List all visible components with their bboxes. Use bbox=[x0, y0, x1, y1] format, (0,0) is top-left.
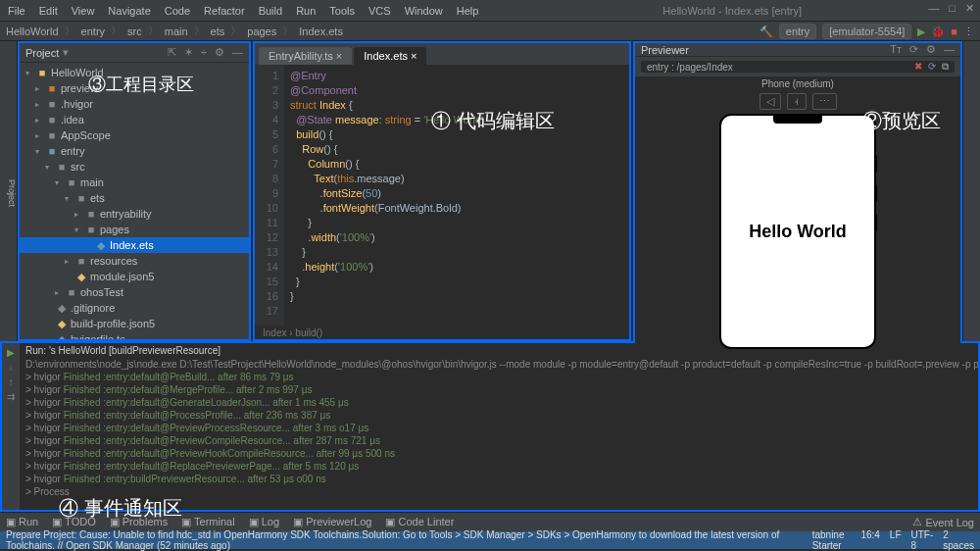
tool-log[interactable]: ▣ Log bbox=[249, 516, 279, 528]
refresh-icon[interactable]: ⟳ bbox=[909, 43, 918, 56]
tree-item[interactable]: ◆module.json5 bbox=[20, 269, 249, 284]
run-config[interactable]: entry bbox=[779, 24, 816, 39]
tree-item[interactable]: ◆hvigorfile.ts bbox=[20, 331, 249, 339]
code-body[interactable]: @Entry@Componentstruct Index { @State me… bbox=[284, 65, 629, 326]
collapse-icon[interactable]: ⇱ bbox=[168, 46, 176, 59]
structure-crumb[interactable]: Index › build() bbox=[255, 326, 629, 339]
rotate-icon[interactable]: Tт bbox=[890, 43, 902, 56]
tree-item[interactable]: ◆Index.ets bbox=[20, 237, 249, 253]
tree-item[interactable]: ◆build-profile.json5 bbox=[20, 316, 249, 331]
debug-icon[interactable]: 🐞 bbox=[931, 25, 945, 38]
editor-tab[interactable]: Index.ets × bbox=[354, 47, 426, 65]
tree-item[interactable]: ▸■preview bbox=[20, 80, 249, 96]
close-icon[interactable]: ✖ bbox=[914, 61, 922, 73]
maximize-icon[interactable]: □ bbox=[949, 2, 956, 15]
crumb[interactable]: main bbox=[165, 25, 188, 37]
tree-item[interactable]: ▾■main bbox=[20, 175, 249, 190]
console-body[interactable]: Run: 's HelloWorld [buildPreviewerResour… bbox=[20, 343, 978, 510]
editor-panel: EntryAbility.ts ×Index.ets × 12345678910… bbox=[253, 41, 631, 341]
tree-item[interactable]: ▾■ets bbox=[20, 190, 249, 206]
more-icon[interactable]: ⋯ bbox=[812, 93, 837, 110]
status-msg[interactable]: Prepare Project: Cause: Unable to find h… bbox=[6, 529, 812, 551]
editor-tabs: EntryAbility.ts ×Index.ets × bbox=[255, 43, 629, 65]
menu-run[interactable]: Run bbox=[296, 5, 316, 17]
menu-view[interactable]: View bbox=[72, 5, 95, 17]
run-icon[interactable]: ▶ bbox=[917, 25, 925, 38]
console-line: > hvigor Finished :entry:default@Process… bbox=[25, 409, 972, 422]
preview-canvas: Phone (medium) ◁ ⫞ ⋯ Hello World bbox=[635, 76, 960, 349]
hammer-icon[interactable]: 🔨 bbox=[760, 25, 773, 38]
expand-icon[interactable]: ✶ bbox=[184, 46, 193, 59]
console-toolbar: ▶ ↓ ↑ ⇉ bbox=[2, 343, 20, 510]
menu-navigate[interactable]: Navigate bbox=[108, 5, 150, 17]
tool-todo[interactable]: ▣ TODO bbox=[52, 516, 95, 528]
tool-previewerlog[interactable]: ▣ PreviewerLog bbox=[293, 516, 371, 528]
device-select[interactable]: [emulator-5554] bbox=[822, 24, 911, 39]
line-gutter: 1234567891011121314151617 bbox=[255, 65, 284, 326]
reload-icon[interactable]: ⟳ bbox=[928, 61, 936, 73]
editor-tab[interactable]: EntryAbility.ts × bbox=[259, 47, 352, 65]
crumb[interactable]: Index.ets bbox=[299, 25, 343, 37]
event-log[interactable]: ⚠Event Log bbox=[912, 516, 974, 528]
menu-build[interactable]: Build bbox=[259, 5, 282, 17]
rerun-icon[interactable]: ▶ bbox=[7, 347, 15, 358]
console-line: > Process bbox=[25, 485, 972, 498]
status-item[interactable]: LF bbox=[890, 529, 902, 551]
tree-item[interactable]: ▾■HelloWorld bbox=[20, 65, 249, 80]
split-icon[interactable]: ⫞ bbox=[787, 93, 807, 110]
status-item[interactable]: 16:4 bbox=[860, 529, 879, 551]
code-area[interactable]: 1234567891011121314151617 @Entry@Compone… bbox=[255, 65, 629, 326]
menu-refactor[interactable]: Refactor bbox=[204, 5, 245, 17]
crumb[interactable]: pages bbox=[247, 25, 276, 37]
tool-terminal[interactable]: ▣ Terminal bbox=[181, 516, 234, 528]
tree-item[interactable]: ▸■ohosTest bbox=[20, 284, 249, 300]
tree-item[interactable]: ◆.gitignore bbox=[20, 300, 249, 316]
console-line: D:\environments\node_js\node.exe D:\Test… bbox=[25, 358, 972, 371]
tree-item[interactable]: ▸■.idea bbox=[20, 112, 249, 127]
crumb[interactable]: src bbox=[127, 25, 142, 37]
up-icon[interactable]: ↑ bbox=[9, 376, 14, 387]
tool-code linter[interactable]: ▣ Code Linter bbox=[385, 516, 454, 528]
status-item[interactable]: UTF-8 bbox=[911, 529, 934, 551]
tree-item[interactable]: ▸■resources bbox=[20, 253, 249, 269]
tree-item[interactable]: ▾■pages bbox=[20, 222, 249, 237]
menu-vcs[interactable]: VCS bbox=[368, 5, 391, 17]
crumb[interactable]: ets bbox=[211, 25, 225, 37]
tree-item[interactable]: ▸■entryability bbox=[20, 206, 249, 222]
copy-icon[interactable]: ⧉ bbox=[942, 61, 949, 73]
back-icon[interactable]: ◁ bbox=[760, 93, 781, 110]
menu-code[interactable]: Code bbox=[165, 5, 190, 17]
project-tree[interactable]: ▾■HelloWorld▸■preview▸■.hvigor▸■.idea▸■A… bbox=[20, 63, 249, 339]
tool-run[interactable]: ▣ Run bbox=[6, 516, 38, 528]
tool-problems[interactable]: ▣ Problems bbox=[110, 516, 169, 528]
crumb[interactable]: HelloWorld bbox=[6, 25, 59, 37]
menu-tools[interactable]: Tools bbox=[329, 5, 355, 17]
console-line: > hvigor Finished :entry:default@Generat… bbox=[25, 396, 972, 409]
project-tool-icon[interactable]: Project bbox=[7, 179, 17, 207]
menu-window[interactable]: Window bbox=[405, 5, 443, 17]
crumb[interactable]: entry bbox=[81, 25, 105, 37]
stop-icon[interactable]: ↓ bbox=[9, 362, 14, 373]
status-item[interactable]: 2 spaces bbox=[943, 529, 974, 551]
tree-item[interactable]: ▸■AppScope bbox=[20, 127, 249, 143]
menu-help[interactable]: Help bbox=[457, 5, 479, 17]
gear-icon[interactable]: ⚙ bbox=[215, 46, 224, 59]
hide-icon[interactable]: — bbox=[232, 46, 243, 59]
tree-item[interactable]: ▾■entry bbox=[20, 143, 249, 159]
close-icon[interactable]: ✕ bbox=[965, 2, 974, 15]
stop-icon[interactable]: ■ bbox=[951, 25, 957, 37]
chevron-down-icon[interactable]: ▾ bbox=[63, 46, 69, 59]
more-icon[interactable]: ⋮ bbox=[963, 25, 974, 38]
gear-icon[interactable]: ⚙ bbox=[926, 43, 936, 56]
menu-edit[interactable]: Edit bbox=[39, 5, 58, 17]
menu-file[interactable]: File bbox=[8, 5, 25, 17]
tree-item[interactable]: ▾■src bbox=[20, 159, 249, 175]
tree-item[interactable]: ▸■.hvigor bbox=[20, 96, 249, 112]
filter-icon[interactable]: ⇉ bbox=[7, 391, 15, 402]
hide-icon[interactable]: — bbox=[944, 43, 955, 56]
minimize-icon[interactable]: — bbox=[928, 2, 939, 15]
divider-icon[interactable]: ÷ bbox=[201, 46, 207, 59]
project-header: Project ▾ ⇱ ✶ ÷ ⚙ — bbox=[20, 43, 249, 63]
console-line: > hvigor Finished :entry:default@Preview… bbox=[25, 434, 972, 447]
status-item[interactable]: tabnine Starter bbox=[812, 529, 852, 551]
